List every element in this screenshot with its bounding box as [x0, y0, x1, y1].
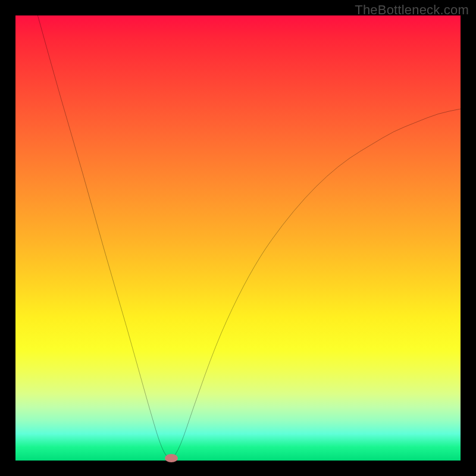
- minimum-marker-icon: [165, 454, 178, 462]
- plot-area: [15, 15, 461, 461]
- bottleneck-curve: [15, 15, 461, 461]
- chart-frame: TheBottleneck.com: [0, 0, 476, 476]
